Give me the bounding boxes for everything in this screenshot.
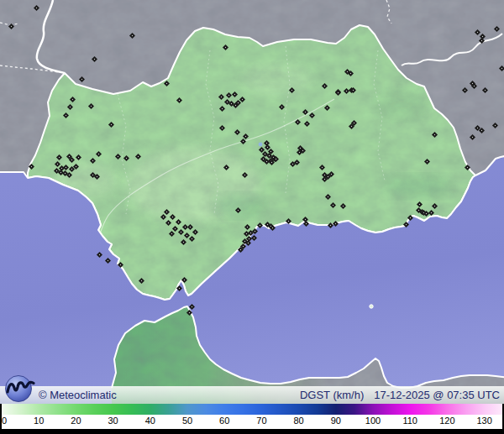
scale-tick: 110 xyxy=(402,416,417,426)
scale-tick: 10 xyxy=(34,416,44,426)
product-status: DGST (km/h)17-12-2025 @ 07:35 UTC xyxy=(300,386,500,404)
color-scale-gradient xyxy=(2,404,502,415)
scale-tick: 100 xyxy=(365,416,381,426)
reservoir-dot xyxy=(259,143,263,147)
color-scale: 0102030405060708090100110120130 xyxy=(0,404,504,434)
datetime-label: 17-12-2025 @ 07:35 UTC xyxy=(374,389,500,401)
meteoclimatic-logo xyxy=(1,371,39,405)
copyright-label: © Meteoclimatic xyxy=(39,386,117,404)
scale-tick: 120 xyxy=(439,416,454,426)
credit-band: © Meteoclimatic DGST (km/h)17-12-2025 @ … xyxy=(0,386,504,404)
scale-tick: 70 xyxy=(256,416,266,426)
weather-map-app: © Meteoclimatic DGST (km/h)17-12-2025 @ … xyxy=(0,0,504,434)
scale-tick: 20 xyxy=(71,416,81,426)
product-label: DGST (km/h) xyxy=(300,389,364,401)
scale-tick: 30 xyxy=(108,416,118,426)
scale-tick: 0 xyxy=(2,416,7,426)
color-scale-labels: 0102030405060708090100110120130 xyxy=(2,415,502,429)
scale-tick: 130 xyxy=(476,416,491,426)
scale-tick: 50 xyxy=(182,416,192,426)
scale-tick: 90 xyxy=(331,416,341,426)
scale-tick: 60 xyxy=(219,416,229,426)
scale-tick: 40 xyxy=(145,416,155,426)
alboran-island xyxy=(370,305,373,308)
scale-tick: 80 xyxy=(293,416,303,426)
map-canvas xyxy=(0,0,504,434)
